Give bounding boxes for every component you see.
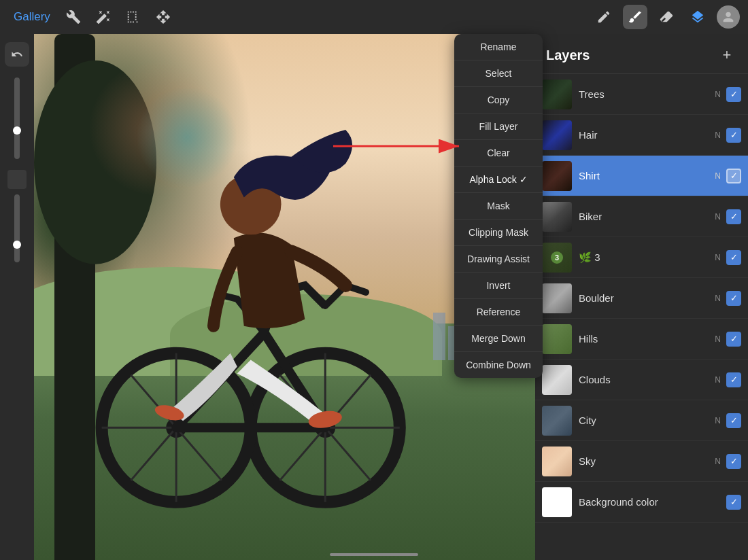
menu-items-container: RenameSelectCopyFill LayerClearAlpha Loc… <box>454 34 543 378</box>
layer-thumbnail-clouds <box>542 365 572 395</box>
layer-checkbox-shirt[interactable]: ✓ <box>726 169 741 183</box>
svg-line-12 <box>325 427 371 480</box>
layer-blend-shirt: N <box>715 171 721 181</box>
layer-name-sky: Sky <box>579 455 715 467</box>
layer-name-biker: Biker <box>579 211 715 222</box>
layer-blend-hair: N <box>715 130 721 140</box>
layers-header: Layers + <box>535 34 748 74</box>
layer-blend-clouds: N <box>715 375 721 385</box>
layer-thumbnail-biker <box>542 202 572 232</box>
layer-blend-city: N <box>715 416 721 425</box>
svg-line-16 <box>131 375 176 428</box>
layer-name-hair: Hair <box>579 129 715 141</box>
size-slider[interactable] <box>14 194 20 262</box>
menu-item-alpha-lock[interactable]: Alpha Lock ✓ <box>454 167 543 193</box>
layer-name-clouds: Clouds <box>579 374 715 385</box>
layer-checkbox-hair[interactable]: ✓ <box>726 128 741 143</box>
layer-thumbnail-shirt <box>542 161 572 191</box>
brush-tool-icon[interactable] <box>623 5 647 29</box>
svg-line-20 <box>176 427 222 480</box>
layer-name-hills: Hills <box>579 333 715 345</box>
layer-blend-biker: N <box>715 212 721 222</box>
layer-thumbnail-trees <box>542 80 572 109</box>
layer-row-sky[interactable]: SkyN✓ <box>535 441 748 482</box>
layer-row-biker[interactable]: BikerN✓ <box>535 196 748 237</box>
layer-thumbnail-boulder <box>542 283 572 313</box>
layer-thumbnail-background-color <box>542 487 572 517</box>
layer-checkbox-sky[interactable]: ✓ <box>726 454 741 469</box>
magic-wand-icon[interactable] <box>91 5 116 29</box>
home-indicator <box>330 553 418 556</box>
left-sidebar <box>0 34 34 560</box>
layer-name-trees: Trees <box>579 88 715 100</box>
menu-item-copy[interactable]: Copy <box>454 87 543 113</box>
wrench-icon[interactable] <box>61 5 86 29</box>
layer-group-label-group3: 🌿 3 <box>579 251 715 264</box>
menu-item-clipping-mask[interactable]: Clipping Mask <box>454 220 543 246</box>
layer-blend-hills: N <box>715 334 721 344</box>
layer-name-background-color: Background color <box>579 496 721 508</box>
layer-blend-sky: N <box>715 457 721 466</box>
eraser-tool-icon[interactable] <box>654 5 679 29</box>
selection-icon[interactable] <box>121 5 146 29</box>
layer-row-trees[interactable]: TreesN✓ <box>535 74 748 115</box>
layers-panel: Layers + TreesN✓HairN✓ShirtN✓BikerN✓3🌿 3… <box>535 34 748 560</box>
layers-add-button[interactable]: + <box>717 45 737 65</box>
svg-line-18 <box>131 427 176 480</box>
menu-item-drawing-assist[interactable]: Drawing Assist <box>454 246 543 273</box>
layer-thumbnail-hills <box>542 324 572 354</box>
toolbar-right <box>592 5 740 29</box>
layer-row-background-color[interactable]: Background color✓ <box>535 482 748 523</box>
menu-item-mask[interactable]: Mask <box>454 193 543 220</box>
menu-item-reference[interactable]: Reference <box>454 299 543 326</box>
menu-item-invert[interactable]: Invert <box>454 273 543 299</box>
opacity-slider[interactable] <box>14 77 20 159</box>
menu-item-combine-down[interactable]: Combine Down <box>454 352 543 378</box>
layer-name-city: City <box>579 415 715 426</box>
layer-checkbox-group3[interactable]: ✓ <box>726 250 741 265</box>
top-toolbar: Gallery <box>0 0 748 34</box>
layer-checkbox-city[interactable]: ✓ <box>726 413 741 428</box>
group-badge-group3: 3 <box>551 251 563 264</box>
layer-row-boulder[interactable]: BoulderN✓ <box>535 278 748 319</box>
toolbar-left: Gallery <box>8 5 175 29</box>
pencil-tool-icon[interactable] <box>592 5 616 29</box>
layer-checkbox-biker[interactable]: ✓ <box>726 209 741 224</box>
layer-row-city[interactable]: CityN✓ <box>535 400 748 441</box>
context-menu: RenameSelectCopyFill LayerClearAlpha Loc… <box>454 34 543 378</box>
layer-row-group3[interactable]: 3🌿 3N✓ <box>535 237 748 278</box>
layer-checkbox-hills[interactable]: ✓ <box>726 332 741 347</box>
layer-row-shirt[interactable]: ShirtN✓ <box>535 156 748 196</box>
layer-thumbnail-city <box>542 406 572 436</box>
layer-row-clouds[interactable]: CloudsN✓ <box>535 360 748 400</box>
layer-thumbnail-group3: 3 <box>542 243 572 273</box>
svg-line-10 <box>280 427 326 480</box>
layer-thumbnail-hair <box>542 120 572 150</box>
transform-icon[interactable] <box>151 5 175 29</box>
layer-name-boulder: Boulder <box>579 292 715 304</box>
layer-name-shirt: Shirt <box>579 170 715 181</box>
layer-checkbox-clouds[interactable]: ✓ <box>726 372 741 387</box>
gallery-button[interactable]: Gallery <box>8 7 56 27</box>
menu-item-merge-down[interactable]: Merge Down <box>454 326 543 352</box>
layers-title: Layers <box>546 48 590 63</box>
layer-checkbox-trees[interactable]: ✓ <box>726 87 741 102</box>
layer-checkbox-background-color[interactable]: ✓ <box>726 495 741 510</box>
layers-list: TreesN✓HairN✓ShirtN✓BikerN✓3🌿 3N✓Boulder… <box>535 74 748 560</box>
user-avatar[interactable] <box>717 5 740 29</box>
red-arrow <box>333 136 469 156</box>
layers-tool-icon[interactable] <box>685 5 710 29</box>
menu-item-rename[interactable]: Rename <box>454 34 543 60</box>
layer-row-hills[interactable]: HillsN✓ <box>535 319 748 360</box>
undo-button[interactable] <box>5 42 29 67</box>
layer-checkbox-boulder[interactable]: ✓ <box>726 291 741 306</box>
color-picker[interactable] <box>7 170 27 189</box>
svg-point-0 <box>726 12 730 17</box>
layer-blend-group3: N <box>715 253 721 262</box>
layer-blend-trees: N <box>715 90 721 99</box>
menu-item-select[interactable]: Select <box>454 60 543 87</box>
layer-row-hair[interactable]: HairN✓ <box>535 115 748 156</box>
layer-thumbnail-sky <box>542 447 572 476</box>
layer-blend-boulder: N <box>715 294 721 303</box>
